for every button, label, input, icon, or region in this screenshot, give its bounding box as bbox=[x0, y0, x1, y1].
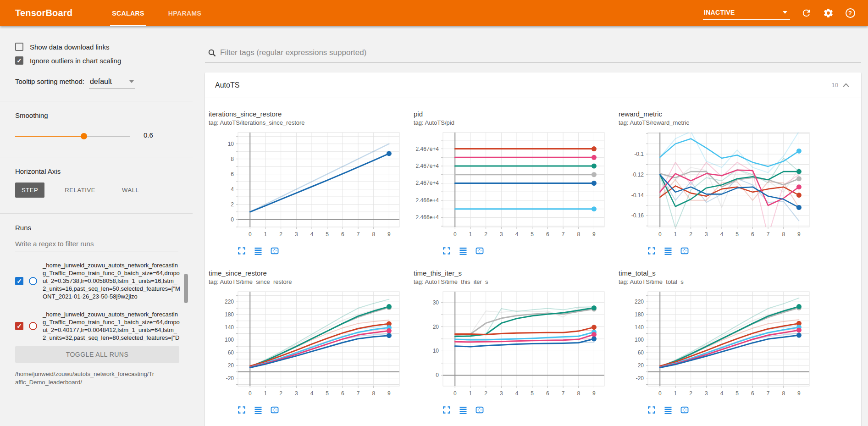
show-download-links-checkbox[interactable] bbox=[15, 43, 23, 51]
expand-chart-icon[interactable] bbox=[442, 246, 451, 255]
svg-text:140: 140 bbox=[635, 324, 644, 331]
svg-text:7: 7 bbox=[562, 231, 565, 238]
tab-hparams[interactable]: HPARAMS bbox=[156, 0, 214, 26]
fit-domain-icon[interactable] bbox=[680, 405, 689, 415]
app-title: TensorBoard bbox=[15, 8, 72, 18]
runs-selector-icon[interactable] bbox=[663, 405, 673, 415]
chart-canvas[interactable]: 01234567892.467e+42.467e+42.467e+42.466e… bbox=[414, 131, 608, 241]
svg-text:3: 3 bbox=[295, 231, 298, 238]
svg-text:9: 9 bbox=[797, 231, 801, 238]
runs-filter-input[interactable]: Write a regex to filter runs bbox=[15, 240, 178, 251]
runs-selector-icon[interactable] bbox=[459, 246, 468, 255]
svg-text:20: 20 bbox=[433, 324, 439, 330]
chart-title: time_this_iter_s bbox=[414, 269, 619, 277]
slider-fill bbox=[15, 136, 84, 137]
svg-text:100: 100 bbox=[225, 337, 234, 343]
fit-domain-icon[interactable] bbox=[475, 246, 484, 255]
autots-card-header[interactable]: AutoTS 10 bbox=[205, 72, 861, 98]
svg-text:1: 1 bbox=[264, 231, 267, 238]
chart-tag: tag: AutoTS/time_total_s bbox=[619, 278, 824, 285]
run-0-checkbox[interactable]: ✓ bbox=[15, 277, 23, 285]
run-1-checkbox[interactable]: ✓ bbox=[15, 322, 23, 330]
tag-filter-input[interactable] bbox=[220, 48, 860, 57]
settings-button[interactable] bbox=[822, 7, 834, 19]
chevron-down-icon bbox=[783, 11, 787, 14]
fit-domain-icon[interactable] bbox=[270, 405, 279, 415]
runs-selector-icon[interactable] bbox=[254, 246, 263, 255]
run-1-radio[interactable] bbox=[29, 322, 37, 330]
expand-chart-icon[interactable] bbox=[442, 405, 451, 415]
chart-canvas[interactable]: 0123456789-0.1-0.12-0.14-0.16 bbox=[619, 131, 813, 241]
tooltip-sort-dropdown[interactable]: default bbox=[89, 77, 135, 89]
svg-text:8: 8 bbox=[372, 390, 375, 397]
chart-tag: tag: AutoTS/iterations_since_restore bbox=[209, 119, 414, 126]
chart-title: time_since_restore bbox=[209, 269, 414, 277]
run-row: ✓ _home_junweid_zouwu_autots_network_for… bbox=[15, 261, 183, 300]
fit-domain-icon[interactable] bbox=[270, 246, 279, 255]
expand-chart-icon[interactable] bbox=[647, 405, 656, 415]
run-0-name[interactable]: _home_junweid_zouwu_autots_network_forec… bbox=[43, 261, 180, 300]
expand-chart-icon[interactable] bbox=[237, 405, 246, 415]
axis-step-button[interactable]: STEP bbox=[15, 183, 44, 198]
chart-pid: pid tag: AutoTS/pid 01234567892.467e+42.… bbox=[414, 110, 619, 255]
svg-text:7: 7 bbox=[357, 390, 360, 397]
toggle-all-runs-button[interactable]: TOGGLE ALL RUNS bbox=[15, 346, 179, 363]
chart-canvas[interactable]: 01234567890246810 bbox=[209, 131, 403, 241]
svg-text:6: 6 bbox=[341, 231, 344, 238]
status-dropdown[interactable]: INACTIVE bbox=[703, 7, 790, 20]
refresh-button[interactable] bbox=[800, 7, 812, 19]
svg-text:2: 2 bbox=[279, 231, 282, 238]
runs-selector-icon[interactable] bbox=[459, 405, 468, 415]
smoothing-value-input[interactable]: 0.6 bbox=[138, 131, 159, 141]
svg-text:3: 3 bbox=[500, 390, 503, 397]
section-title: AutoTS bbox=[215, 81, 239, 89]
axis-wall-button[interactable]: WALL bbox=[116, 183, 145, 198]
help-button[interactable]: ? bbox=[844, 7, 856, 19]
tab-scalars[interactable]: SCALARS bbox=[100, 0, 156, 26]
chart-actions bbox=[647, 246, 824, 255]
svg-text:5: 5 bbox=[531, 231, 534, 238]
runs-scrollbar[interactable] bbox=[184, 274, 188, 303]
svg-text:30: 30 bbox=[433, 299, 439, 306]
tooltip-sort-value: default bbox=[90, 77, 112, 86]
svg-text:10: 10 bbox=[433, 348, 439, 354]
sidebar-divider bbox=[0, 157, 193, 157]
run-1-name[interactable]: _home_junweid_zouwu_autots_network_forec… bbox=[43, 310, 180, 342]
expand-chart-icon[interactable] bbox=[237, 246, 246, 255]
chart-tag: tag: AutoTS/reward_metric bbox=[619, 119, 824, 126]
svg-text:9: 9 bbox=[387, 231, 391, 238]
chart-canvas[interactable]: 0123456789-202060100140180220 bbox=[619, 290, 813, 400]
svg-text:6: 6 bbox=[341, 390, 344, 397]
smoothing-slider[interactable] bbox=[15, 133, 130, 140]
svg-text:6: 6 bbox=[546, 231, 549, 238]
collapse-control[interactable]: 10 bbox=[832, 80, 851, 90]
fit-domain-icon[interactable] bbox=[680, 246, 689, 255]
chart-actions bbox=[237, 405, 414, 415]
expand-chart-icon[interactable] bbox=[647, 246, 656, 255]
chart-tag: tag: AutoTS/pid bbox=[414, 119, 619, 126]
chart-tag: tag: AutoTS/time_this_iter_s bbox=[414, 278, 619, 285]
chart-canvas[interactable]: 01234567890102030 bbox=[414, 290, 608, 400]
tensorboard-app: TensorBoard SCALARS HPARAMS INACTIVE bbox=[0, 0, 868, 426]
run-0-radio[interactable] bbox=[29, 277, 37, 285]
runs-selector-icon[interactable] bbox=[663, 246, 673, 255]
status-value: INACTIVE bbox=[704, 9, 735, 16]
chart-title: iterations_since_restore bbox=[209, 110, 414, 118]
svg-text:100: 100 bbox=[635, 337, 644, 343]
ignore-outliers-checkbox[interactable]: ✓ bbox=[15, 56, 23, 65]
tab-scalars-label: SCALARS bbox=[112, 10, 144, 17]
svg-text:2: 2 bbox=[484, 390, 487, 397]
svg-text:8: 8 bbox=[231, 156, 234, 162]
slider-thumb[interactable] bbox=[81, 133, 87, 139]
check-icon: ✓ bbox=[17, 323, 22, 329]
svg-text:4: 4 bbox=[515, 231, 519, 238]
runs-selector-icon[interactable] bbox=[254, 405, 263, 415]
fit-domain-icon[interactable] bbox=[475, 405, 484, 415]
svg-text:-20: -20 bbox=[636, 375, 644, 382]
svg-text:-20: -20 bbox=[226, 375, 234, 382]
svg-text:1: 1 bbox=[264, 390, 267, 397]
axis-relative-button[interactable]: RELATIVE bbox=[58, 183, 102, 198]
svg-text:4: 4 bbox=[310, 231, 314, 238]
chart-canvas[interactable]: 0123456789-202060100140180220 bbox=[209, 290, 403, 400]
svg-text:4: 4 bbox=[310, 390, 314, 397]
